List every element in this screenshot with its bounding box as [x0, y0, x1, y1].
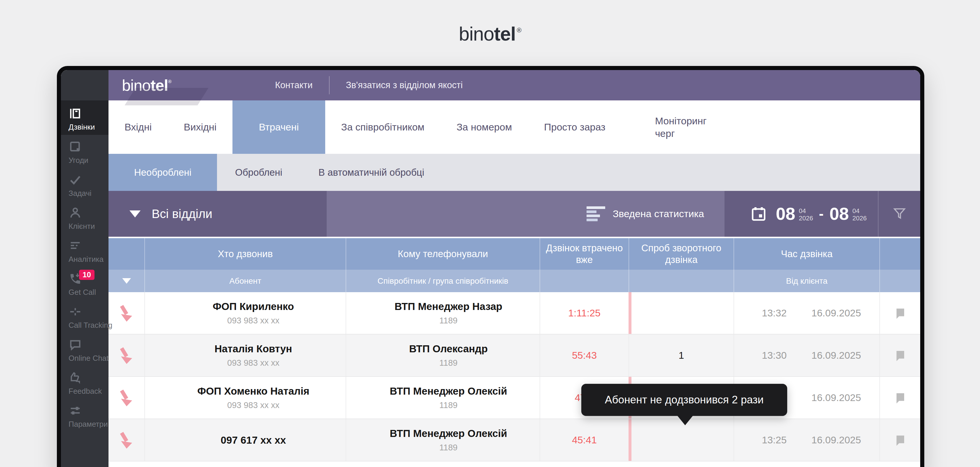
comment-flag-icon[interactable] [894, 434, 906, 446]
header-time[interactable]: Час дзвінка [734, 238, 880, 270]
callee-name: ВТП Менеджер Олексій [390, 385, 507, 397]
subheader-lost [540, 270, 629, 292]
subtab-processed[interactable]: Оброблені [217, 154, 301, 191]
sidebar-item-label: Аналітика [68, 255, 106, 264]
sidebar-item-label: Угоди [68, 156, 106, 165]
calls-icon [68, 107, 82, 120]
callee-cell: ВТП Олександр 1189 [346, 335, 540, 376]
header-logo-registered: ® [168, 79, 171, 84]
tab-right-now[interactable]: Просто зараз [528, 100, 621, 154]
lost-for-cell: 55:43 [540, 335, 629, 376]
call-time: 13:25 [762, 434, 791, 446]
table-row[interactable]: 097 617 xx xx ВТП Менеджер Олексій 1189 … [108, 419, 920, 461]
comment-cell [880, 377, 920, 419]
tab-by-number[interactable]: За номером [441, 100, 528, 154]
sidebar-item-call-tracking[interactable]: Call Tracking [61, 300, 108, 333]
call-time: 13:30 [762, 350, 791, 361]
top-brand-logo: binotel® [0, 23, 980, 45]
sidebar-item-feedback[interactable]: Feedback [61, 366, 108, 399]
date-range-picker[interactable]: 08 04 2026 - 08 04 2026 [724, 191, 878, 237]
sidebar-item-settings[interactable]: Параметри [61, 399, 108, 432]
tab-outgoing[interactable]: Вихідні [168, 100, 232, 154]
tab-incoming[interactable]: Вхідні [108, 100, 168, 154]
header-logo-light: bino [122, 77, 151, 94]
subheader-sort[interactable] [108, 270, 145, 292]
call-tracking-icon [68, 305, 82, 319]
caller-cell: ФОП Кириленко 093 983 xx xx [145, 292, 346, 334]
call-type-cell [108, 292, 145, 334]
missed-call-arrow-icon [118, 388, 135, 408]
date-to-month-year: 04 2026 [852, 207, 867, 222]
sidebar-item-analytics[interactable]: Аналітика [61, 234, 108, 267]
tab-missed[interactable]: Втрачені [232, 100, 325, 154]
call-date: 16.09.2025 [811, 308, 861, 319]
comment-flag-icon[interactable] [894, 307, 906, 319]
tab-by-employee[interactable]: За співробітником [325, 100, 441, 154]
header-lost[interactable]: Дзвінок втрачено вже [540, 238, 629, 270]
table-header-row: Хто дзвонив Кому телефонували Дзвінок вт… [108, 238, 920, 270]
sidebar-item-label: Задачі [68, 189, 106, 198]
sidebar-item-label: Online Chat [68, 354, 106, 363]
calendar-icon [750, 206, 767, 222]
comment-cell [880, 292, 920, 334]
registered-mark: ® [517, 27, 521, 34]
feedback-icon [68, 371, 82, 384]
clients-icon [68, 206, 82, 220]
department-selector[interactable]: Всі відділи [108, 191, 327, 237]
tasks-icon [68, 173, 82, 186]
subtab-unprocessed[interactable]: Необроблені [108, 154, 217, 191]
comment-cell [880, 335, 920, 376]
filter-button[interactable] [878, 191, 920, 237]
date-from-day: 08 [776, 204, 795, 224]
header-icon-col [108, 238, 145, 270]
comment-flag-icon[interactable] [894, 349, 906, 362]
main-tabs: Вхідні Вихідні Втрачені За співробітнико… [108, 100, 920, 154]
header-flag-col [880, 238, 920, 270]
subheader-flag [880, 270, 920, 292]
lost-for-cell: 1:11:25 [540, 292, 629, 334]
callee-cell: ВТП Менеджер Олексій 1189 [346, 419, 540, 461]
callee-ext: 1189 [439, 358, 457, 368]
sidebar-item-clients[interactable]: Клієнти [61, 201, 108, 234]
sidebar-item-label: Get Call [68, 288, 106, 297]
header-attempts[interactable]: Спроб зворотного дзвінка [629, 238, 734, 270]
menu-item-quality-dept[interactable]: Зв'язатися з відділом якості [329, 80, 479, 91]
sidebar-item-get-call[interactable]: 10 Get Call [61, 267, 108, 300]
header-logo: binotel® [122, 76, 171, 94]
subtab-auto-processing[interactable]: В автоматичній обробці [301, 154, 442, 191]
callee-cell: ВТП Менеджер Назар 1189 [346, 292, 540, 334]
deals-icon [68, 140, 82, 153]
table-subheader-row: Абонент Співробітник / група співробітни… [108, 270, 920, 292]
lost-for-value: 55:43 [572, 350, 597, 361]
department-label: Всі відділи [152, 207, 212, 221]
caller-name: ФОП Хоменко Наталія [197, 385, 309, 397]
funnel-icon [892, 206, 907, 222]
lost-for-cell: 45:41 [540, 419, 629, 461]
app-window: Дзвінки Угоди Задачі Клієнти Аналітика [57, 66, 924, 467]
sidebar-item-tasks[interactable]: Задачі [61, 168, 108, 201]
attempts-cell [629, 419, 734, 461]
online-chat-icon [68, 338, 82, 351]
caller-name: 097 617 xx xx [221, 434, 286, 446]
sidebar-item-deals[interactable]: Угоди [61, 135, 108, 168]
table-row[interactable]: ФОП Хоменко Наталія 093 983 xx xx ВТП Ме… [108, 377, 920, 419]
missed-call-arrow-icon [118, 430, 135, 450]
table-row[interactable]: ФОП Кириленко 093 983 xx xx ВТП Менеджер… [108, 292, 920, 335]
brand-light: bino [459, 23, 494, 45]
header-whom[interactable]: Кому телефонували [346, 238, 540, 270]
caller-cell: Наталія Ковтун 093 983 xx xx [145, 335, 346, 376]
attempts-stripe [628, 419, 632, 461]
comment-flag-icon[interactable] [894, 392, 906, 404]
filter-bar-right: 08 04 2026 - 08 04 2026 [724, 191, 920, 237]
missed-calls-table: Хто дзвонив Кому телефонували Дзвінок вт… [108, 238, 920, 467]
summary-stats-button[interactable]: Зведена статистика [587, 206, 704, 221]
header-who[interactable]: Хто дзвонив [145, 238, 346, 270]
table-row[interactable]: Наталія Ковтун 093 983 xx xx ВТП Олексан… [108, 335, 920, 377]
call-type-cell [108, 377, 145, 419]
attempts-stripe [628, 292, 632, 334]
menu-item-contacts[interactable]: Контакти [259, 80, 329, 91]
sidebar-item-online-chat[interactable]: Online Chat [61, 333, 108, 366]
sidebar-item-calls[interactable]: Дзвінки [61, 100, 108, 135]
callee-cell: ВТП Менеджер Олексій 1189 [346, 377, 540, 419]
tab-queue-monitoring[interactable]: Моніторинг черг [639, 100, 732, 154]
